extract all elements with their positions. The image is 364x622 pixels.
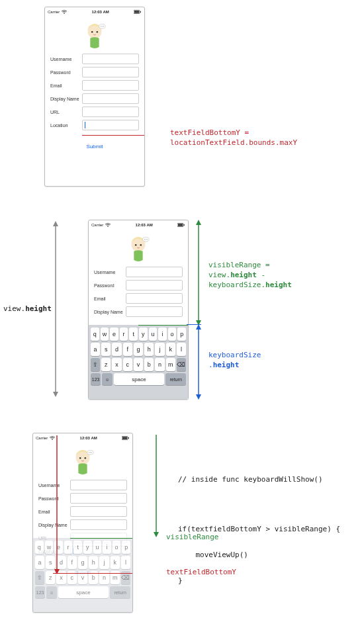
key-c[interactable]: c [123,358,132,371]
key-x[interactable]: x [112,358,121,371]
input-url[interactable] [82,107,139,117]
svg-rect-33 [122,437,127,439]
key-p[interactable]: p [177,328,186,341]
key-t[interactable]: t [73,541,82,554]
input-display-name[interactable] [82,93,139,104]
arrow-keyboard-height [194,324,203,401]
svg-rect-2 [134,11,139,13]
svg-marker-45 [154,532,159,537]
key-o[interactable]: o [168,328,177,341]
status-bar: Carrier 12:03 AM [45,7,144,15]
input-display-name[interactable] [70,519,127,530]
key-g[interactable]: g [134,343,143,356]
key-h[interactable]: h [89,556,98,569]
input-password[interactable] [70,493,127,504]
wifi-icon [62,10,67,15]
input-email[interactable] [70,506,127,517]
key-r[interactable]: r [64,541,73,554]
key-numbers[interactable]: 123 [35,586,45,598]
key-delete[interactable]: ⌫ [177,358,186,371]
clock-label: 12:03 AM [55,436,122,440]
key-shift[interactable]: ⇧ [91,358,100,371]
key-emoji[interactable]: ☺ [46,586,56,598]
annotation-textfield-bottom-label: textFieldBottomY [166,568,236,578]
svg-point-8 [101,26,101,26]
phone-1: Carrier 12:03 AM Username Password [44,7,145,187]
key-q[interactable]: q [35,541,44,554]
annotation-line: visibleRange = [208,261,292,271]
key-return[interactable]: return [165,373,186,385]
key-j[interactable]: j [99,556,109,569]
input-password[interactable] [82,67,139,77]
input-username[interactable] [70,480,127,490]
annotation-line: view.height - [208,271,292,281]
label-password: Password [50,70,82,75]
battery-icon [122,436,130,441]
svg-point-9 [102,26,103,26]
key-k[interactable]: k [166,343,175,356]
key-w[interactable]: w [45,541,54,554]
key-d[interactable]: d [112,343,121,356]
svg-point-23 [146,239,146,240]
key-emoji[interactable]: ☺ [102,373,112,385]
key-z[interactable]: z [101,358,111,371]
key-y[interactable]: y [139,328,148,341]
svg-rect-16 [178,224,183,226]
key-m[interactable]: m [166,358,175,371]
key-u[interactable]: u [93,541,102,554]
input-display-name[interactable] [126,306,183,317]
key-n[interactable]: n [155,358,164,371]
key-q[interactable]: q [91,328,99,341]
key-h[interactable]: h [144,343,154,356]
svg-point-40 [90,452,91,453]
key-a[interactable]: a [35,556,44,569]
label-url: URL [50,110,82,114]
svg-point-37 [85,457,86,459]
key-p[interactable]: p [122,541,130,554]
key-v[interactable]: v [134,358,143,371]
key-j[interactable]: j [155,343,164,356]
label-username: Username [50,57,82,62]
key-l[interactable]: l [177,343,186,356]
key-w[interactable]: w [101,328,109,341]
input-password[interactable] [126,280,183,290]
key-i[interactable]: i [158,328,167,341]
key-y[interactable]: y [83,541,92,554]
key-space[interactable]: space [114,373,165,385]
annotation-line: keyboardSize [208,351,261,361]
green-visible-line [70,538,133,539]
input-username[interactable] [82,54,139,64]
input-location[interactable] [82,120,139,130]
key-f[interactable]: f [68,556,77,569]
input-email[interactable] [82,80,139,91]
key-f[interactable]: f [123,343,132,356]
key-space[interactable]: space [58,586,109,598]
svg-point-19 [135,244,136,245]
green-visible-line [138,325,189,326]
input-username[interactable] [126,267,183,277]
submit-button[interactable]: Submit [50,144,139,150]
key-a[interactable]: a [91,343,100,356]
key-g[interactable]: g [78,556,87,569]
keyboard[interactable]: qwertyuiop asdfghjkl ⇧zxcvbnm⌫ 123☺space… [33,538,132,612]
key-r[interactable]: r [120,328,128,341]
svg-rect-17 [184,224,185,225]
key-e[interactable]: e [110,328,118,341]
key-return[interactable]: return [110,586,130,598]
key-u[interactable]: u [149,328,158,341]
key-k[interactable]: k [111,556,120,569]
input-email[interactable] [126,293,183,304]
status-bar: Carrier 12:03 AM [89,220,188,228]
arrow-view-height [51,220,60,398]
key-numbers[interactable]: 123 [91,373,101,385]
svg-point-36 [79,457,81,459]
key-i[interactable]: i [103,541,111,554]
key-l[interactable]: l [121,556,130,569]
key-shift[interactable]: ⇧ [35,571,44,584]
key-o[interactable]: o [113,541,121,554]
carrier-label: Carrier [36,436,48,440]
key-b[interactable]: b [144,358,154,371]
key-t[interactable]: t [129,328,138,341]
key-s[interactable]: s [101,343,111,356]
keyboard[interactable]: qwertyuiop asdfghjkl ⇧zxcvbnm⌫ 123☺space… [89,325,188,399]
